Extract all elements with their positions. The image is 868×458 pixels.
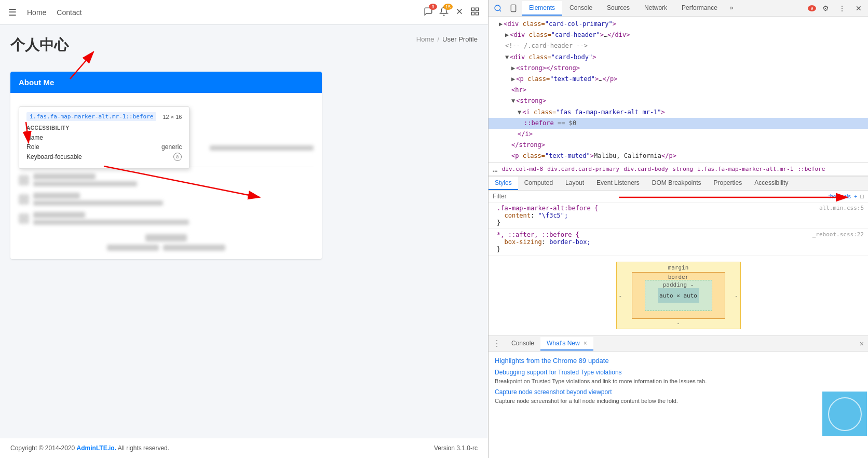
console-tab-whatsnew[interactable]: What's New × <box>540 337 593 351</box>
dom-line-7[interactable]: ▼<strong> <box>489 96 868 106</box>
box-model-area: margin - - - border padding - auto × aut… <box>489 255 868 335</box>
about-me-card: About Me i.fas.fa-map-marker-alt.mr-1::b… <box>10 72 322 259</box>
styles-tab-layout[interactable]: Layout <box>559 177 590 190</box>
console-whats-new-close[interactable]: × <box>584 340 587 347</box>
css-val-0-0[interactable]: "\f3c5"; <box>538 212 568 219</box>
styles-tab-properties[interactable]: Properties <box>708 177 749 190</box>
dom-line-5[interactable]: ▶<p class="text-muted">…</p> <box>489 74 868 85</box>
footer-brand-link[interactable]: AdminLTE.io. <box>77 444 116 452</box>
dt-bc-cardbody[interactable]: div.card-body <box>623 166 668 172</box>
styles-tab-event[interactable]: Event Listeners <box>590 177 646 190</box>
popup-element-size: 12 × 16 <box>162 114 182 120</box>
nav-contact[interactable]: Contact <box>57 8 82 17</box>
close-nav-icon[interactable] <box>455 7 464 18</box>
styles-filter-input[interactable] <box>493 193 825 200</box>
tab-network[interactable]: Network <box>637 1 674 16</box>
dom-line-12[interactable]: <p class="text-muted">Malibu, California… <box>489 151 868 161</box>
dt-bc-strong[interactable]: strong <box>672 166 693 172</box>
devtools-more-button[interactable]: ⋮ <box>835 1 849 16</box>
console-tab-console[interactable]: Console <box>505 337 540 351</box>
dt-bc-col[interactable]: div.col-md-8 <box>502 166 543 172</box>
devtools-breadcrumb-dots[interactable]: … <box>493 164 498 174</box>
box-border: border padding - auto × auto <box>632 272 725 319</box>
console-panel-close[interactable]: × <box>856 337 868 351</box>
dom-line-10[interactable]: </i> <box>489 129 868 140</box>
dom-line-4[interactable]: ▶<strong></strong> <box>489 63 868 74</box>
box-margin-bottom: - <box>676 320 680 327</box>
popup-value-role: generic <box>161 143 182 151</box>
info-icon-1 <box>19 175 29 185</box>
box-model: margin - - - border padding - auto × aut… <box>616 262 741 329</box>
box-margin-label: margin <box>668 264 689 271</box>
styles-tab-styles[interactable]: Styles <box>489 177 518 190</box>
device-tool-button[interactable] <box>506 1 521 16</box>
dom-line-1[interactable]: ▶<div class="card-header">…</div> <box>489 30 868 41</box>
add-style-icon[interactable]: □ <box>860 193 864 199</box>
console-link-1[interactable]: Capture node screenshot beyond viewport <box>495 388 862 396</box>
pseudo-cls[interactable]: .cls <box>842 193 851 199</box>
info-text-1 <box>33 173 314 186</box>
tab-more[interactable]: » <box>725 1 739 16</box>
css-selector-0[interactable]: .fa-map-marker-alt:before { <box>497 205 598 212</box>
svg-rect-4 <box>476 12 479 15</box>
css-rule-0: all.min.css:5 .fa-map-marker-alt:before … <box>489 203 868 229</box>
box-padding-label: padding - <box>663 281 694 288</box>
svg-rect-2 <box>471 8 474 10</box>
css-source-0[interactable]: all.min.css:5 <box>819 205 864 211</box>
css-val-1-0[interactable]: border-box; <box>549 238 590 246</box>
inspect-tool-button[interactable] <box>491 1 505 16</box>
css-source-1[interactable]: _reboot.scss:22 <box>812 231 864 238</box>
info-row-3 <box>19 209 314 228</box>
edit-bar <box>210 145 314 151</box>
devtools-close-button[interactable]: ✕ <box>851 1 866 16</box>
nav-home[interactable]: Home <box>27 8 46 17</box>
info-row-2 <box>19 190 314 209</box>
dom-line-3[interactable]: ▼<div class="card-body"> <box>489 52 868 63</box>
box-margin-right: - <box>735 292 738 299</box>
page-footer: Copyright © 2014-2020 AdminLTE.io. All r… <box>0 438 488 458</box>
devtools-tab-right: 9 ⚙ ⋮ ✕ <box>808 1 866 16</box>
navbar: ☰ Home Contact 3 15 <box>0 0 488 25</box>
devtools-settings-button[interactable]: ⚙ <box>818 1 833 16</box>
tab-console[interactable]: Console <box>562 1 600 16</box>
console-content: Highlights from the Chrome 89 update Deb… <box>489 352 868 413</box>
dt-bc-icon[interactable]: i.fas.fa-map-marker-alt.mr-1 <box>697 166 793 172</box>
styles-tab-computed[interactable]: Computed <box>518 177 559 190</box>
css-brace-0: } <box>497 219 500 226</box>
pseudo-plus[interactable]: + <box>854 193 857 199</box>
footer-version: Version 3.1.0-rc <box>434 444 478 452</box>
dom-line-8[interactable]: ▼<i class="fas fa-map-marker-alt mr-1"> <box>489 107 868 118</box>
dt-bc-before[interactable]: ::before <box>797 166 825 172</box>
box-margin-left: - <box>619 292 622 299</box>
bell-button[interactable]: 15 <box>439 7 449 18</box>
dom-line-9-highlighted[interactable]: ::before == $0 <box>489 118 868 129</box>
screenshot-thumbnail <box>821 390 868 437</box>
console-link-0[interactable]: Debugging support for Trusted Type viola… <box>495 369 862 376</box>
tab-sources[interactable]: Sources <box>600 1 637 16</box>
grid-icon[interactable] <box>470 7 480 18</box>
dom-line-2[interactable]: <!-- /.card-header --> <box>489 41 868 51</box>
dt-bc-card[interactable]: div.card.card-primary <box>547 166 619 172</box>
tab-elements[interactable]: Elements <box>522 1 562 16</box>
devtools-breadcrumb-bar: … div.col-md-8 div.card.card-primary div… <box>489 162 868 176</box>
hamburger-icon[interactable]: ☰ <box>8 7 17 18</box>
page-title: 个人中心 <box>10 35 69 55</box>
styles-tab-accessibility[interactable]: Accessibility <box>748 177 794 190</box>
chat-button[interactable]: 3 <box>424 7 433 18</box>
dom-line-11[interactable]: </strong> <box>489 140 868 151</box>
css-selector-1[interactable]: *, ::after, ::before { <box>497 231 579 238</box>
styles-tab-dom-breakpoints[interactable]: DOM Breakpoints <box>646 177 708 190</box>
popup-label-role: Role <box>26 143 39 151</box>
css-brace-1: } <box>497 246 500 253</box>
dom-line-0[interactable]: ▶<div class="card-col-primary"> <box>489 19 868 30</box>
popup-label-focusable: Keyboard-focusable <box>26 153 82 160</box>
styles-filter-row: :hov .cls + □ <box>489 191 868 203</box>
dom-line-6[interactable]: <hr> <box>489 85 868 96</box>
css-prop-1-0[interactable]: box-sizing <box>504 238 541 246</box>
console-dots[interactable]: ⋮ <box>489 336 505 351</box>
footer-copyright: Copyright © 2014-2020 AdminLTE.io. All r… <box>10 444 169 452</box>
breadcrumb-home[interactable]: Home <box>416 35 435 43</box>
pseudo-hov[interactable]: :hov <box>829 193 839 199</box>
tab-performance[interactable]: Performance <box>674 1 725 16</box>
css-prop-0-0[interactable]: content <box>504 212 531 219</box>
